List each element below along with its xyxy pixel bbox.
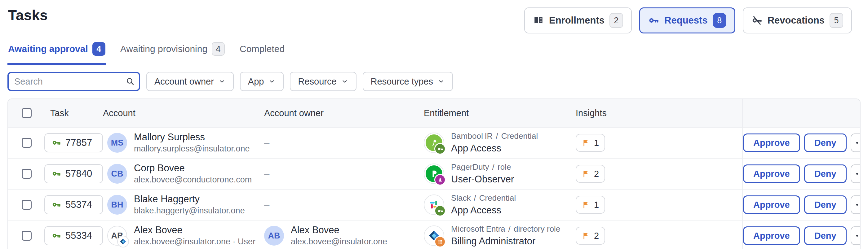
avatar: MS [107, 133, 127, 153]
row-checkbox[interactable] [22, 231, 32, 241]
role-badge-icon [434, 174, 446, 185]
table-row: 77857 MS Mallory Surpless mallory.surple… [8, 127, 860, 158]
account-cell[interactable]: CB Corp Bovee alex.bovee@conductorone.co… [103, 162, 264, 185]
filter-account-owner[interactable]: Account owner [146, 72, 234, 91]
entitlement-type: Credential [501, 131, 538, 142]
flag-icon [582, 139, 590, 147]
account-email: mallory.surpless@insulator.one [134, 143, 250, 154]
insights-flag-badge[interactable]: 1 [576, 134, 605, 152]
revocations-count-badge: 5 [830, 13, 843, 28]
credential-key-badge-icon [434, 143, 446, 154]
slack-logo [424, 194, 444, 215]
task-id-badge[interactable]: 55374 [44, 195, 103, 214]
deny-button[interactable]: Deny [804, 195, 847, 214]
approve-button[interactable]: Approve [743, 226, 800, 245]
entitlement-cell[interactable]: PagerDuty/role User-Observer [424, 162, 576, 185]
deny-button[interactable]: Deny [804, 134, 847, 152]
row-checkbox[interactable] [22, 169, 32, 179]
entitlement-name: App Access [451, 142, 538, 154]
approve-button[interactable]: Approve [743, 165, 800, 183]
approve-button[interactable]: Approve [743, 134, 800, 152]
account-cell[interactable]: BH Blake Haggerty blake.haggerty@insulat… [103, 193, 264, 216]
bamboohr-logo [424, 133, 444, 153]
entitlement-type: directory role [514, 224, 560, 235]
filter-app-label: App [248, 76, 264, 87]
account-name: Blake Haggerty [134, 193, 245, 205]
tab-awaiting-provisioning-label: Awaiting provisioning [120, 44, 207, 54]
key-icon [52, 169, 61, 178]
column-header-account-owner: Account owner [264, 108, 424, 118]
more-actions-button[interactable] [850, 134, 861, 152]
task-id-badge[interactable]: 55334 [44, 226, 103, 245]
flag-count: 1 [594, 138, 599, 148]
enrollments-count-badge: 2 [610, 13, 623, 28]
flag-icon [582, 201, 590, 209]
insights-flag-badge[interactable]: 1 [576, 196, 605, 214]
table-header-row: Task Account Account owner Entitlement I… [8, 99, 860, 127]
book-icon [533, 15, 544, 26]
filter-resource-label: Resource [298, 76, 336, 87]
search-input[interactable] [7, 72, 140, 91]
tab-awaiting-approval-label: Awaiting approval [8, 44, 88, 54]
tabs-bar: Awaiting approval 4 Awaiting provisionin… [7, 37, 861, 65]
filter-resource[interactable]: Resource [290, 72, 356, 91]
insights-flag-badge[interactable]: 2 [576, 165, 605, 183]
flag-icon [582, 170, 590, 178]
deny-button[interactable]: Deny [804, 226, 847, 245]
credential-key-badge-icon [434, 205, 446, 216]
key-icon [52, 138, 61, 147]
entitlement-type: Credential [479, 193, 516, 204]
requests-count-badge: 8 [713, 13, 726, 28]
insights-flag-badge[interactable]: 2 [576, 227, 605, 245]
account-owner-empty: – [264, 168, 424, 179]
search-icon [125, 76, 135, 86]
task-id-badge[interactable]: 57840 [44, 164, 103, 183]
column-header-entitlement: Entitlement [424, 108, 576, 118]
account-email: blake.haggerty@insulator.one [134, 205, 245, 216]
task-type-buttons: Enrollments 2 Requests 8 Revocations 5 [524, 7, 852, 33]
approve-button[interactable]: Approve [743, 195, 800, 214]
flag-count: 2 [594, 169, 599, 179]
account-cell[interactable]: MS Mallory Surpless mallory.surpless@ins… [103, 131, 264, 154]
account-owner-cell[interactable]: AB Alex Bovee alex.bovee@insulator.one [264, 224, 424, 247]
account-name: Mallory Surpless [134, 131, 250, 143]
entitlement-name: App Access [451, 204, 516, 216]
avatar: AB [264, 226, 284, 246]
microsoft-entra-logo [424, 225, 444, 246]
entitlement-cell[interactable]: BambooHR/Credential App Access [424, 131, 576, 154]
entitlement-cell[interactable]: Slack/Credential App Access [424, 193, 576, 216]
page-title: Tasks [8, 7, 48, 24]
account-cell[interactable]: AB Alex Bovee alex.bovee@insulator.one ·… [103, 224, 264, 247]
row-checkbox[interactable] [22, 200, 32, 210]
more-actions-button[interactable] [850, 195, 861, 214]
column-header-task: Task [43, 108, 103, 118]
task-id: 57840 [65, 168, 92, 179]
more-actions-button[interactable] [850, 165, 861, 183]
entitlement-type: role [498, 162, 511, 173]
filter-resource-types[interactable]: Resource types [363, 72, 453, 91]
tab-awaiting-approval[interactable]: Awaiting approval 4 [7, 37, 106, 65]
revocations-label: Revocations [768, 15, 825, 26]
deny-button[interactable]: Deny [804, 165, 847, 183]
tab-awaiting-provisioning[interactable]: Awaiting provisioning 4 [120, 37, 225, 65]
more-actions-button[interactable] [850, 226, 861, 245]
requests-button[interactable]: Requests 8 [639, 7, 735, 33]
key-icon [52, 231, 61, 240]
more-actions-icon [856, 142, 858, 144]
chevron-down-icon [218, 78, 226, 85]
enrollments-button[interactable]: Enrollments 2 [524, 7, 632, 33]
select-all-checkbox[interactable] [22, 108, 32, 118]
column-header-account: Account [103, 108, 264, 118]
account-owner-empty: – [264, 137, 424, 148]
row-checkbox[interactable] [22, 138, 32, 148]
task-id: 55334 [65, 230, 92, 241]
filter-app[interactable]: App [240, 72, 284, 91]
tab-awaiting-approval-count: 4 [92, 42, 105, 56]
tab-completed[interactable]: Completed [239, 37, 285, 65]
owner-email: alex.bovee@insulator.one [291, 236, 387, 247]
task-id-badge[interactable]: 77857 [44, 133, 103, 152]
column-header-actions [742, 99, 860, 127]
entitlement-cell[interactable]: Microsoft Entra/directory role Billing A… [424, 224, 576, 247]
revocations-button[interactable]: Revocations 5 [743, 7, 852, 33]
avatar: CB [107, 164, 127, 184]
